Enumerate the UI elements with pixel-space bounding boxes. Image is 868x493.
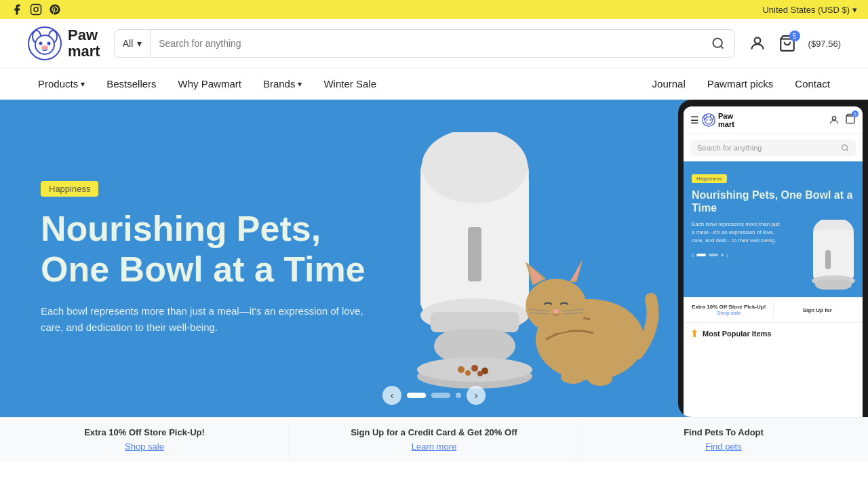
promo-link-3[interactable]: Find pets — [705, 441, 741, 452]
carousel-dot-1[interactable] — [407, 393, 426, 398]
svg-point-6 — [35, 35, 54, 54]
nav-contact[interactable]: Contact — [784, 68, 841, 100]
social-icons — [11, 3, 61, 16]
svg-point-1 — [34, 7, 38, 12]
cart-wrapper: 5 — [778, 35, 796, 52]
mobile-header: ☰ Pawmart 5 — [684, 106, 863, 134]
facebook-icon[interactable] — [11, 3, 23, 16]
top-bar: United States (USD $) ▾ — [0, 0, 868, 19]
svg-point-7 — [39, 42, 43, 45]
promo-link-2[interactable]: Learn more — [412, 441, 456, 452]
mobile-hero-section: Happiness Nourishing Pets, One Bowl at a… — [684, 161, 863, 297]
account-button[interactable] — [749, 35, 766, 52]
carousel-prev-button[interactable]: ‹ — [382, 386, 401, 405]
svg-point-16 — [422, 132, 528, 203]
svg-point-46 — [832, 117, 835, 120]
svg-rect-17 — [468, 227, 481, 281]
mobile-mockup: ☰ Pawmart 5 — [678, 100, 868, 417]
svg-point-45 — [709, 119, 711, 121]
currency-selector[interactable]: United States (USD $) ▾ — [762, 5, 857, 15]
mobile-dot-3[interactable] — [721, 254, 724, 256]
promo-item-2: Sign Up for a Credit Card & Get 20% Off … — [290, 418, 579, 462]
header: Pawmart All ▾ 5 ($97.56) — [0, 19, 868, 68]
svg-point-9 — [41, 45, 48, 50]
carousel-dot-3[interactable] — [456, 393, 461, 398]
instagram-icon[interactable] — [30, 3, 42, 16]
hero-subtitle: Each bowl represents more than just a me… — [41, 303, 366, 336]
svg-point-8 — [47, 42, 51, 45]
promo-link-1[interactable]: Shop sale — [125, 441, 164, 452]
svg-point-10 — [713, 39, 722, 47]
header-actions: 5 ($97.56) — [749, 35, 841, 52]
promo-title-3: Find Pets To Adopt — [593, 427, 854, 437]
cart-badge: 5 — [789, 31, 800, 41]
mobile-product-image — [805, 220, 863, 297]
promo-title-1: Extra 10% Off Store Pick-Up! — [14, 427, 275, 437]
mobile-hero-badge: Happiness — [692, 174, 727, 183]
mobile-promo-1: Extra 10% Off Store Pick-Up! Shop sale — [690, 304, 768, 316]
svg-point-43 — [705, 117, 713, 124]
nav-why-pawmart[interactable]: Why Pawmart — [167, 68, 252, 100]
search-category-dropdown[interactable]: All ▾ — [115, 30, 151, 57]
carousel-next-button[interactable]: › — [467, 386, 486, 405]
search-button[interactable] — [702, 30, 734, 57]
svg-point-25 — [465, 370, 471, 376]
search-category-label: All — [123, 38, 134, 49]
svg-point-11 — [754, 37, 760, 43]
svg-point-39 — [588, 372, 612, 386]
logo[interactable]: Pawmart — [27, 26, 100, 61]
svg-point-44 — [707, 119, 708, 121]
hero-badge: Happiness — [41, 181, 98, 197]
logo-icon — [27, 26, 62, 61]
nav-products[interactable]: Products ▾ — [27, 68, 96, 100]
mobile-hero-title: Nourishing Pets, One Bowl at a Time — [692, 189, 854, 214]
mobile-bottom-bar: Extra 10% Off Store Pick-Up! Shop sale S… — [684, 297, 863, 322]
search-bar: All ▾ — [114, 29, 735, 58]
search-icon — [711, 37, 725, 50]
mobile-dot-1[interactable] — [696, 254, 706, 256]
promo-title-2: Sign Up for a Credit Card & Get 20% Off — [303, 427, 565, 437]
nav-journal[interactable]: Journal — [642, 68, 696, 100]
brands-chevron-icon: ▾ — [298, 79, 302, 89]
nav-bestsellers[interactable]: Bestsellers — [96, 68, 167, 100]
currency-label: United States (USD $) — [762, 5, 850, 15]
nav-right: Journal Pawmart picks Contact — [642, 68, 841, 100]
carousel-dot-2[interactable] — [431, 393, 450, 398]
nav-left: Products ▾ Bestsellers Why Pawmart Brand… — [27, 68, 387, 100]
svg-point-2 — [38, 6, 39, 7]
hero-title: Nourishing Pets, One Bowl at a Time — [41, 209, 393, 290]
cat-image — [502, 204, 671, 394]
search-category-chevron-icon: ▾ — [137, 38, 142, 49]
hero-section: Happiness Nourishing Pets, One Bowl at a… — [0, 100, 868, 417]
mobile-most-popular: ⬆ Most Popular Items — [684, 322, 863, 344]
search-input[interactable] — [151, 30, 701, 57]
mobile-next-icon[interactable]: › — [726, 252, 728, 259]
promo-bar: Extra 10% Off Store Pick-Up! Shop sale S… — [0, 417, 868, 462]
mobile-promo-2: Sign Up for — [779, 307, 856, 313]
svg-point-26 — [477, 371, 483, 376]
svg-point-38 — [561, 370, 585, 384]
svg-rect-0 — [31, 5, 41, 15]
svg-rect-51 — [825, 250, 831, 269]
svg-point-23 — [471, 365, 478, 372]
svg-point-33 — [553, 309, 559, 313]
nav-pawmart-picks[interactable]: Pawmart picks — [696, 68, 785, 100]
cart-price: ($97.56) — [808, 39, 841, 49]
nav-brands[interactable]: Brands ▾ — [252, 68, 313, 100]
mobile-dot-2[interactable] — [709, 254, 718, 256]
mobile-inner: ☰ Pawmart 5 — [684, 106, 863, 417]
products-chevron-icon: ▾ — [81, 79, 85, 89]
navigation: Products ▾ Bestsellers Why Pawmart Brand… — [0, 68, 868, 100]
promo-item-3: Find Pets To Adopt Find pets — [579, 418, 868, 462]
currency-chevron-icon: ▾ — [852, 5, 857, 15]
pinterest-icon[interactable] — [49, 3, 61, 16]
svg-rect-53 — [815, 279, 852, 290]
logo-text: Pawmart — [68, 27, 100, 60]
nav-winter-sale[interactable]: Winter Sale — [313, 68, 387, 100]
mobile-prev-icon[interactable]: ‹ — [692, 252, 694, 259]
account-icon — [749, 35, 766, 52]
carousel-navigation: ‹ › — [382, 386, 486, 405]
promo-item-1: Extra 10% Off Store Pick-Up! Shop sale — [0, 418, 290, 462]
mobile-search-placeholder: Search for anything — [697, 144, 762, 152]
mobile-search[interactable]: Search for anything — [690, 140, 856, 156]
